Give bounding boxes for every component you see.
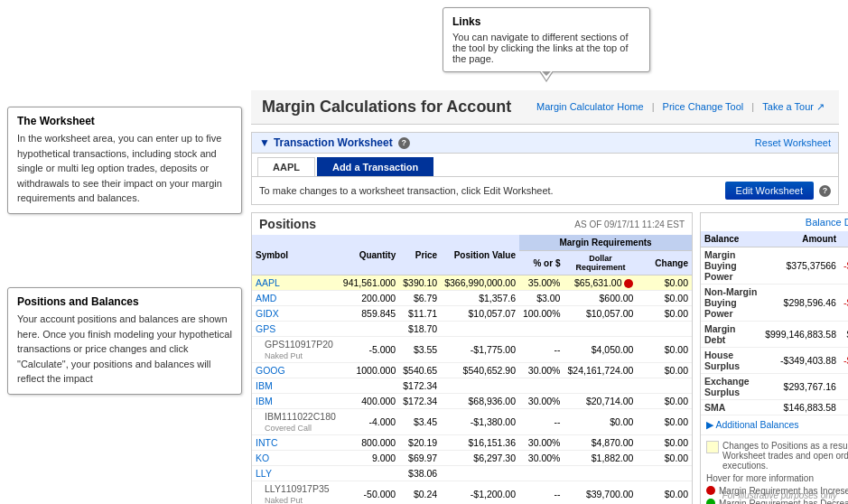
- balance-change: -$8,394.88: [840, 400, 848, 415]
- col-amount-header: Amount: [761, 231, 840, 247]
- col-margin-req-header: Margin Requirements: [519, 235, 692, 251]
- table-cell-qty: [340, 466, 399, 481]
- table-cell-price: $18.70: [399, 322, 441, 337]
- page-header: Margin Calculations for Account Margin C…: [251, 90, 839, 125]
- table-cell-posval: $540,652.90: [441, 363, 519, 378]
- legend-hover-row: Hover for more information: [706, 473, 848, 483]
- col-qty-header: Quantity: [340, 235, 399, 275]
- table-cell-change: $0.00: [637, 394, 692, 409]
- tooltip-links: Links You can navigate to different sect…: [443, 7, 650, 72]
- table-cell-price: $3.45: [399, 409, 441, 435]
- table-cell-pct: 35.00%: [519, 275, 564, 291]
- table-cell-posval: $6,297.30: [441, 451, 519, 466]
- table-cell-change: $0.00: [637, 409, 692, 435]
- table-cell-posval: [441, 322, 519, 337]
- legend-hover-text: Hover for more information: [706, 473, 814, 483]
- tab-add-transaction[interactable]: Add a Transaction: [317, 157, 433, 176]
- col-balance-change-header: Change: [840, 231, 848, 247]
- table-cell-dollar-req: [564, 466, 637, 481]
- table-cell-change: $0.00: [637, 451, 692, 466]
- legend-yellow-icon: [706, 441, 719, 453]
- table-cell-dollar-req: $4,050.00: [564, 337, 637, 363]
- table-cell-price: $11.71: [399, 306, 441, 322]
- table-row[interactable]: GPS: [252, 322, 340, 337]
- legend-green-icon: [706, 499, 715, 504]
- positions-date: AS OF 09/17/11 11:24 EST: [574, 219, 685, 229]
- worksheet-expand-icon[interactable]: ▼: [259, 136, 270, 149]
- table-cell-pct: --: [519, 409, 564, 435]
- table-cell-price: $69.97: [399, 451, 441, 466]
- table-row[interactable]: KO: [252, 451, 340, 466]
- positions-section: Positions AS OF 09/17/11 11:24 EST Symbo…: [251, 212, 693, 504]
- table-cell-price: $0.24: [399, 481, 441, 504]
- tab-aapl[interactable]: AAPL: [257, 157, 315, 176]
- table-cell-dollar-req: $0.00: [564, 409, 637, 435]
- table-cell-dollar-req: [564, 322, 637, 337]
- balance-label: Non-Margin Buying Power: [701, 285, 761, 322]
- table-cell-dollar-req: $1,882.00: [564, 451, 637, 466]
- nav-link-tour[interactable]: Take a Tour ↗: [762, 101, 825, 112]
- worksheet-header: ▼ Transaction Worksheet ? Reset Workshee…: [252, 133, 838, 154]
- table-cell-pct: [519, 466, 564, 481]
- balance-label: SMA: [701, 400, 761, 415]
- worksheet-tabs: AAPL Add a Transaction: [252, 154, 838, 176]
- worksheet-title: Transaction Worksheet: [274, 136, 393, 149]
- worksheet-header-left: ▼ Transaction Worksheet ?: [259, 136, 410, 149]
- table-cell-pct: 30.00%: [519, 363, 564, 378]
- legend-yellow-row: Changes to Positions as a result of Work…: [706, 441, 848, 471]
- edit-worksheet-button[interactable]: Edit Worksheet: [725, 182, 814, 200]
- page-title: Margin Calculations for Account: [262, 98, 511, 117]
- balance-change: -$32,866.00: [840, 247, 848, 285]
- table-cell-pct: $3.00: [519, 291, 564, 306]
- table-row[interactable]: AMD: [252, 291, 340, 306]
- table-row[interactable]: GIDX: [252, 306, 340, 322]
- table-cell-qty: [340, 378, 399, 394]
- table-cell-change: $0.00: [637, 306, 692, 322]
- table-row: GPS110917P20Naked Put: [252, 337, 340, 363]
- balance-definitions-link[interactable]: Balance Definitions: [806, 217, 848, 228]
- table-cell-pct: 30.00%: [519, 451, 564, 466]
- table-cell-pct: 30.00%: [519, 435, 564, 451]
- worksheet-section: ▼ Transaction Worksheet ? Reset Workshee…: [251, 132, 839, 205]
- balance-label: Margin Debt: [701, 322, 761, 348]
- tooltip-worksheet-title: The Worksheet: [17, 115, 232, 127]
- table-cell-posval: [441, 466, 519, 481]
- table-row[interactable]: LLY: [252, 466, 340, 481]
- tooltip-arrow-inner: [540, 70, 553, 80]
- nav-link-price-change[interactable]: Price Change Tool: [663, 101, 744, 112]
- tooltip-links-body: You can navigate to different sections o…: [452, 32, 640, 64]
- balance-amount: $146,883.58: [761, 400, 840, 415]
- tooltip-worksheet: The Worksheet In the worksheet area, you…: [7, 107, 242, 214]
- table-cell-pct: 30.00%: [519, 394, 564, 409]
- col-price-header: Price: [399, 235, 441, 275]
- balance-amount: $298,596.46: [761, 285, 840, 322]
- table-cell-dollar-req: $4,870.00: [564, 435, 637, 451]
- balances-header: Balance Definitions: [701, 213, 848, 231]
- table-cell-posval: $366,990,000.00: [441, 275, 519, 291]
- tooltip-links-title: Links: [452, 15, 640, 28]
- table-cell-price: $6.79: [399, 291, 441, 306]
- reset-worksheet-link[interactable]: Reset Worksheet: [755, 137, 831, 148]
- table-cell-dollar-req: $600.00: [564, 291, 637, 306]
- col-dollar-req-header: DollarRequirement: [564, 251, 637, 275]
- table-row[interactable]: AAPL: [252, 275, 340, 291]
- col-balance-header: Balance: [701, 231, 761, 247]
- edit-info-icon[interactable]: ?: [819, 185, 831, 197]
- table-cell-qty: -4.000: [340, 409, 399, 435]
- table-row[interactable]: IBM: [252, 378, 340, 394]
- table-row[interactable]: GOOG: [252, 363, 340, 378]
- worksheet-info-icon[interactable]: ?: [398, 137, 410, 149]
- col-posval-header: Position Value: [441, 235, 519, 275]
- worksheet-msg-text: To make changes to a worksheet transacti…: [259, 185, 554, 196]
- table-row[interactable]: IBM: [252, 394, 340, 409]
- table-cell-posval: $1,357.6: [441, 291, 519, 306]
- nav-link-home[interactable]: Margin Calculator Home: [536, 101, 644, 112]
- balance-change: -$8,525.00: [840, 374, 848, 400]
- table-cell-posval: [441, 378, 519, 394]
- balance-label: Exchange Surplus: [701, 374, 761, 400]
- table-cell-posval: -$1,775.00: [441, 337, 519, 363]
- table-cell-dollar-req: $65,631.00: [564, 275, 637, 291]
- additional-balances-link[interactable]: ▶ Additional Balances: [701, 415, 848, 434]
- positions-title: Positions: [259, 217, 316, 231]
- table-row[interactable]: INTC: [252, 435, 340, 451]
